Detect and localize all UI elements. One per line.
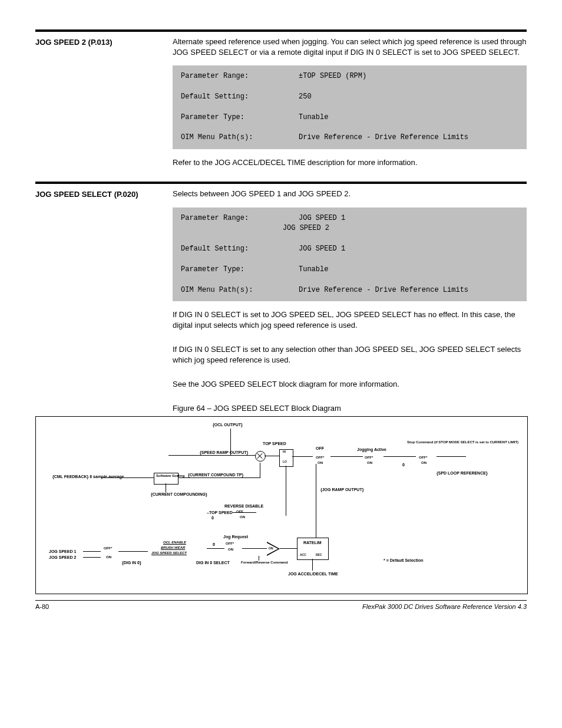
connector: [168, 455, 257, 456]
connector: [166, 483, 166, 492]
switch-on: ON: [106, 555, 111, 559]
param-header: JOG SPEED 2 (P.013) Alternate speed refe…: [35, 37, 527, 57]
param-desc: Selects between JOG SPEED 1 and JOG SPEE…: [173, 189, 527, 199]
spec-value: Tunable: [299, 113, 328, 121]
spec-key: Default Setting:: [181, 92, 299, 102]
label-jog-speed-1: JOG SPEED 1: [49, 549, 76, 554]
switch-off: OFF: [236, 510, 243, 513]
label-hi: HI: [283, 450, 286, 453]
param-note: Refer to the JOG ACCEL/DECEL TIME descri…: [173, 157, 527, 168]
connector: [207, 548, 224, 549]
label-brush-wear: BRUSH WEAR: [161, 546, 185, 549]
switch-off: OFF*: [419, 456, 427, 459]
switch-on: ON: [421, 461, 427, 465]
param-note: If DIG IN 0 SELECT is set to any selecti…: [173, 344, 527, 365]
limiter-block: [279, 449, 293, 467]
connector: [384, 456, 416, 457]
figure-caption: Figure 64 – JOG SPEED SELECT Block Diagr…: [173, 404, 527, 413]
spec-value: JOG SPEED 1: [299, 245, 345, 253]
label-zero: 0: [213, 542, 215, 546]
document-page: JOG SPEED 2 (P.013) Alternate speed refe…: [0, 0, 562, 628]
param-name: JOG SPEED 2 (P.013): [35, 37, 162, 47]
switch-off: OFF*: [104, 546, 112, 550]
manual-title: FlexPak 3000 DC Drives Software Referenc…: [362, 603, 527, 610]
label-top-speed: TOP SPEED: [263, 442, 286, 446]
label-fwd-rev-cmd: Forward/Reverse Command: [241, 561, 288, 564]
label-neg-top-speed: –TOP SPEED: [207, 510, 233, 515]
label-ocl-output: {OCL OUTPUT}: [213, 423, 243, 427]
label-current-comp-tp: {CURRENT COMPOUND TP}: [188, 473, 243, 477]
switch-on: ON: [367, 461, 372, 465]
label-jog-ramp-output: {JOG RAMP OUTPUT}: [320, 487, 363, 492]
spec-key: OIM Menu Path(s):: [181, 133, 299, 143]
spec-block: Parameter Range:JOG SPEED 1 JOG SPEED 2 …: [173, 207, 527, 301]
connector: [330, 456, 363, 457]
label-jog-speed-2: JOG SPEED 2: [49, 555, 76, 559]
connector: [316, 464, 316, 543]
connector: [259, 556, 259, 561]
switch-off: OFF*: [226, 542, 234, 545]
switch-off: OFF*: [365, 456, 373, 459]
divider: [35, 29, 527, 32]
label-jogging-active: Jogging Active: [357, 447, 386, 452]
spec-block: Parameter Range:±TOP SPEED (RPM) Default…: [173, 65, 527, 149]
param-header: JOG SPEED SELECT (P.020) Selects between…: [35, 189, 527, 199]
switch-on: ON: [228, 548, 233, 551]
param-note: If DIG IN 0 SELECT is set to JOG SPEED S…: [173, 309, 527, 330]
param-desc: Alternate speed reference used when jogg…: [173, 37, 527, 57]
label-acc: ACC: [300, 554, 306, 556]
label-jog-accel-decel-time: JOG ACCEL/DECEL TIME: [288, 572, 338, 576]
label-stop-command: Stop Command (if STOP MODE SELECT is set…: [407, 440, 518, 444]
connector: [233, 512, 256, 513]
spec-value: ±TOP SPEED (RPM): [299, 72, 366, 80]
label-cml-feedback: {CML FEEDBACK} 8 sample average: [52, 475, 124, 479]
label-dig-in-0-select: DIG IN 0 SELECT: [196, 561, 230, 565]
switch-on: ON: [318, 461, 323, 465]
block-diagram: {OCL OUTPUT} {SPEED RAMP OUTPUT} {CURREN…: [35, 416, 528, 594]
connector: [437, 456, 466, 457]
connector: [83, 557, 101, 558]
label-ocl-enable: OCL ENABLE: [163, 541, 186, 544]
connector: [286, 466, 286, 516]
label-software-scaling: Software Scaling: [156, 474, 184, 477]
connector: [280, 548, 297, 549]
spec-key: Parameter Type:: [181, 265, 299, 275]
label-dig-in-0: {DIG IN 0}: [122, 561, 141, 565]
label-jog-speed-select: JOG SPEED SELECT: [151, 551, 187, 555]
connector: [312, 559, 313, 571]
spec-value: Tunable: [299, 265, 328, 274]
spec-key: Parameter Range:: [181, 213, 299, 223]
connector: [242, 548, 267, 549]
spec-key: OIM Menu Path(s):: [181, 285, 299, 295]
divider: [35, 182, 527, 184]
connector: [83, 551, 101, 552]
page-number: A-80: [35, 603, 49, 610]
connector: [260, 463, 260, 478]
param-name: JOG SPEED SELECT (P.020): [35, 189, 162, 199]
label-current-compounding: {CURRENT COMPOUNDING}: [151, 492, 207, 496]
connector: [101, 477, 154, 478]
label-spd-loop-reference: {SPD LOOP REFERENCE}: [437, 471, 488, 475]
spec-key: Parameter Type:: [181, 113, 299, 123]
connector: [118, 551, 148, 552]
legend-default-selection: * = Default Selection: [384, 558, 424, 562]
label-zero: 0: [211, 516, 214, 520]
label-on: ON: [269, 547, 273, 550]
label-reverse-disable: REVERSE DISABLE: [224, 504, 263, 508]
label-off: OFF: [316, 446, 324, 450]
spec-key: Parameter Range:: [181, 71, 299, 81]
spec-value: Drive Reference - Drive Reference Limits: [299, 133, 468, 141]
spec-value: Drive Reference - Drive Reference Limits: [299, 286, 468, 294]
label-lo: LO: [283, 460, 287, 463]
spec-value: 250: [299, 93, 312, 101]
label-jog-request: Jog Request: [223, 535, 248, 539]
page-footer: A-80 FlexPak 3000 DC Drives Software Ref…: [35, 600, 527, 610]
label-zero: 0: [402, 463, 405, 467]
switch-off: OFF*: [316, 456, 324, 459]
spec-key: Default Setting:: [181, 244, 299, 254]
label-ratelim: RATELIM: [303, 541, 322, 545]
connector: [292, 456, 313, 457]
param-note: See the JOG SPEED SELECT block diagram f…: [173, 379, 527, 390]
label-dec: DEC: [316, 554, 322, 556]
label-speed-ramp-output: {SPEED RAMP OUTPUT}: [200, 450, 248, 454]
